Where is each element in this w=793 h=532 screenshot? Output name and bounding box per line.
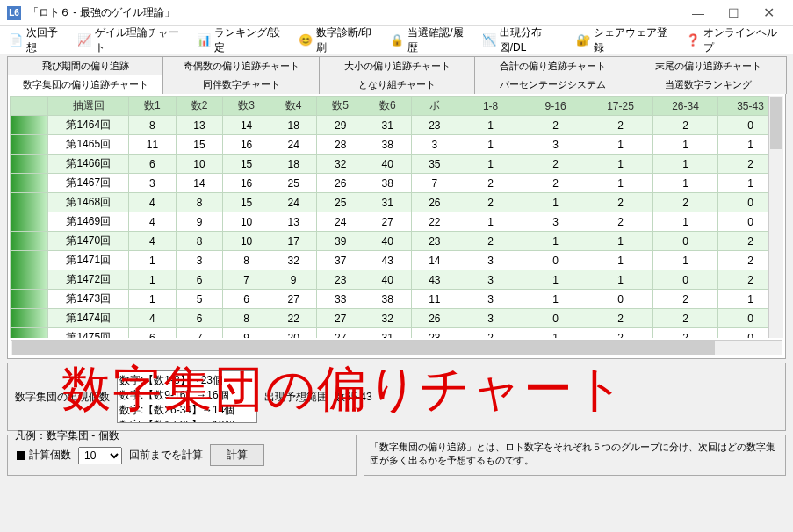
- tab-当選数字ランキング[interactable]: 当選数字ランキング: [631, 75, 787, 94]
- tab-数字集団の偏り追跡チャート[interactable]: 数字集団の偏り追跡チャート: [7, 75, 163, 94]
- col-数1[interactable]: 数1: [129, 97, 177, 116]
- table-row[interactable]: 第1466回610151832403512112: [11, 155, 783, 174]
- row-indicator: [11, 116, 48, 135]
- data-cell: 1: [588, 270, 653, 290]
- toolbar-シェアウェア登録[interactable]: 🔐シェアウェア登録: [571, 22, 680, 59]
- data-cell: 1: [588, 174, 653, 193]
- toolbar-icon: 😊: [299, 33, 313, 47]
- col-数3[interactable]: 数3: [223, 97, 270, 116]
- data-cell: 25: [317, 193, 364, 212]
- col-ボ[interactable]: ボ: [411, 97, 458, 116]
- data-cell: 28: [317, 135, 364, 155]
- data-cell: 2: [653, 116, 718, 135]
- group-count-list[interactable]: 数字:【数1-8】→23個数字:【数9-16】→16個数字:【数26-34】→1…: [117, 370, 257, 423]
- data-cell: 22: [411, 212, 458, 232]
- data-cell: 2: [523, 174, 588, 193]
- data-cell: 40: [364, 270, 411, 290]
- col-抽選回[interactable]: 抽選回: [48, 97, 129, 116]
- tab-パーセンテージシステム[interactable]: パーセンテージシステム: [474, 75, 631, 94]
- col-数4[interactable]: 数4: [270, 97, 317, 116]
- calc-button[interactable]: 計算: [210, 444, 264, 466]
- table-row[interactable]: 第1465回111516242838313111: [11, 135, 783, 155]
- table-row[interactable]: 第1469回49101324272213210: [11, 212, 783, 232]
- data-cell: 13: [270, 212, 317, 232]
- col-数6[interactable]: 数6: [364, 97, 411, 116]
- data-cell: 10: [223, 212, 270, 232]
- vertical-scrollbar[interactable]: [768, 96, 783, 338]
- data-cell: 1: [523, 232, 588, 251]
- toolbar-icon: ❓: [686, 33, 700, 47]
- toolbar-当選確認/履歴[interactable]: 🔒当選確認/履歴: [385, 22, 476, 59]
- data-cell: 33: [317, 290, 364, 309]
- list-item[interactable]: 数字:【数26-34】→14個: [119, 403, 255, 418]
- table-row[interactable]: 第1475回6792027312321220: [11, 328, 783, 339]
- draw-cell: 第1467回: [48, 174, 129, 193]
- data-cell: 3: [523, 212, 588, 232]
- tab-同伴数字チャート[interactable]: 同伴数字チャート: [162, 75, 319, 94]
- toolbar-次回予想[interactable]: 📄次回予想: [4, 22, 72, 59]
- col-数5[interactable]: 数5: [317, 97, 364, 116]
- data-cell: 24: [270, 135, 317, 155]
- col-9-16[interactable]: 9-16: [523, 97, 588, 116]
- table-row[interactable]: 第1474回4682227322630220: [11, 309, 783, 328]
- col-1-8[interactable]: 1-8: [458, 97, 523, 116]
- table-row[interactable]: 第1464回813141829312312220: [11, 116, 783, 135]
- toolbar-ランキング/設定[interactable]: 📊ランキング/設定: [191, 22, 293, 59]
- calc-suffix: 回前までを計算: [129, 448, 203, 463]
- toolbar-オンラインヘルプ[interactable]: ❓オンラインヘルプ: [681, 22, 789, 59]
- tab-末尾の偏り追跡チャート[interactable]: 末尾の偏り追跡チャート: [631, 56, 787, 75]
- toolbar-数字診断/印刷[interactable]: 😊数字診断/印刷: [293, 22, 385, 59]
- data-cell: 2: [458, 193, 523, 212]
- calc-count-select[interactable]: 10: [78, 447, 122, 464]
- table-row[interactable]: 第1472回167923404331102: [11, 270, 783, 290]
- list-item[interactable]: 数字:【数9-16】→16個: [119, 388, 255, 403]
- list-item[interactable]: 数字:【数17-25】→12個: [119, 418, 255, 423]
- tab-合計の偏り追跡チャート[interactable]: 合計の偏り追跡チャート: [474, 56, 631, 75]
- data-cell: 14: [411, 251, 458, 270]
- toolbar-icon: 🔐: [576, 33, 590, 47]
- data-cell: 16: [223, 135, 270, 155]
- table-row[interactable]: 第1473回1562733381131021: [11, 290, 783, 309]
- data-cell: 23: [411, 232, 458, 251]
- tab-奇偶数の偏り追跡チャート[interactable]: 奇偶数の偏り追跡チャート: [162, 56, 319, 75]
- toolbar-出現分布図/DL[interactable]: 📉出現分布図/DL: [477, 22, 572, 59]
- data-cell: 1: [523, 270, 588, 290]
- tab-大小の偏り追跡チャート[interactable]: 大小の偏り追跡チャート: [319, 56, 475, 75]
- data-cell: 32: [270, 251, 317, 270]
- data-cell: 11: [129, 135, 177, 155]
- col-17-25[interactable]: 17-25: [588, 97, 653, 116]
- draw-cell: 第1473回: [48, 290, 129, 309]
- data-cell: 38: [364, 174, 411, 193]
- data-cell: 37: [317, 251, 364, 270]
- data-cell: 1: [458, 212, 523, 232]
- toolbar-ゲイル理論チャート[interactable]: 📈ゲイル理論チャート: [72, 22, 191, 59]
- data-cell: 23: [411, 328, 458, 339]
- data-cell: 7: [176, 328, 223, 339]
- data-cell: 24: [317, 212, 364, 232]
- data-cell: 26: [411, 193, 458, 212]
- list-item[interactable]: 数字:【数1-8】→23個: [119, 373, 255, 388]
- table-row[interactable]: 第1467回31416252638722111: [11, 174, 783, 193]
- table-row[interactable]: 第1468回48152425312621220: [11, 193, 783, 212]
- table-row[interactable]: 第1471回1383237431430112: [11, 251, 783, 270]
- draw-cell: 第1468回: [48, 193, 129, 212]
- toolbar-label: 数字診断/印刷: [316, 25, 379, 55]
- data-cell: 2: [653, 290, 718, 309]
- tab-content: 抽選回数1数2数3数4数5数6ボ1-89-1617-2526-3435-43 第…: [7, 93, 786, 359]
- col-26-34[interactable]: 26-34: [653, 97, 718, 116]
- data-cell: 0: [653, 232, 718, 251]
- data-cell: 40: [364, 155, 411, 174]
- horizontal-scrollbar[interactable]: [11, 340, 782, 355]
- data-cell: 1: [653, 174, 718, 193]
- data-cell: 31: [364, 328, 411, 339]
- data-cell: 14: [176, 174, 223, 193]
- data-cell: 3: [458, 251, 523, 270]
- col-[interactable]: [11, 97, 48, 116]
- draw-cell: 第1465回: [48, 135, 129, 155]
- data-cell: 6: [223, 290, 270, 309]
- table-row[interactable]: 第1470回48101739402321102: [11, 232, 783, 251]
- tab-となり組チャート[interactable]: となり組チャート: [319, 75, 475, 94]
- data-cell: 0: [653, 270, 718, 290]
- tab-飛び期間の偏り追跡[interactable]: 飛び期間の偏り追跡: [7, 56, 163, 75]
- col-数2[interactable]: 数2: [176, 97, 223, 116]
